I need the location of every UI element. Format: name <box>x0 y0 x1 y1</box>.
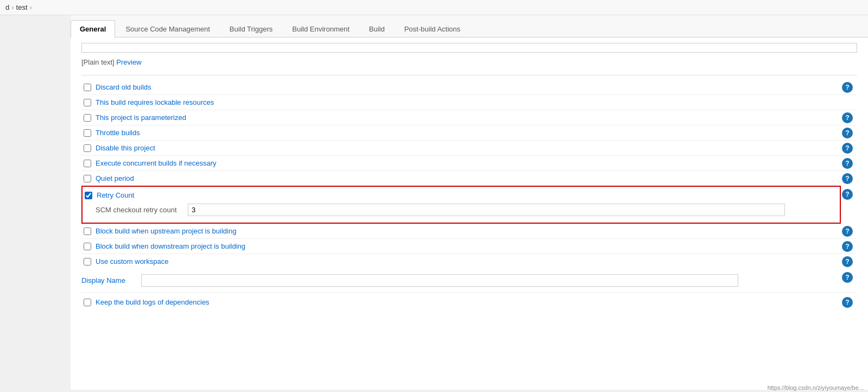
checkbox-row-block-downstream: Block build when downstream project is b… <box>81 239 857 254</box>
display-name-row: Display Name <box>81 271 841 290</box>
separator-1 <box>81 75 857 75</box>
checkbox-row-custom-workspace: Use custom workspace ? <box>81 254 857 269</box>
throttle-checkbox[interactable] <box>84 129 91 137</box>
scm-retry-input[interactable] <box>188 204 785 216</box>
help-quiet[interactable]: ? <box>842 173 853 184</box>
url-hint: https://blog.csdn.n/ziyiyoumaye/be... <box>768 384 864 390</box>
keep-logs-checkbox[interactable] <box>84 299 91 306</box>
scm-retry-row: SCM checkout retry count <box>85 201 835 218</box>
help-display-name[interactable]: ? <box>842 272 853 283</box>
tab-post-build[interactable]: Post-build Actions <box>395 20 470 37</box>
help-disable[interactable]: ? <box>842 143 853 154</box>
breadcrumb: d › test › <box>0 0 868 15</box>
scm-label: SCM checkout retry count <box>96 206 182 214</box>
block-downstream-label[interactable]: Block build when downstream project is b… <box>96 242 245 250</box>
discard-old-builds-label[interactable]: Discard old builds <box>96 83 151 91</box>
description-input[interactable] <box>81 43 857 53</box>
parameterized-label[interactable]: This project is parameterized <box>96 113 186 122</box>
checkbox-row-quiet: Quiet period ? <box>81 171 857 186</box>
disable-checkbox[interactable] <box>84 144 91 152</box>
quiet-label[interactable]: Quiet period <box>96 174 134 182</box>
custom-workspace-label[interactable]: Use custom workspace <box>96 257 168 265</box>
lockable-resources-checkbox[interactable] <box>84 99 91 106</box>
checkbox-row-concurrent: Execute concurrent builds if necessary ? <box>81 156 857 171</box>
checkboxes-group: Discard old builds ? This build requires… <box>81 80 857 186</box>
block-upstream-checkbox[interactable] <box>84 227 91 235</box>
help-block-downstream[interactable]: ? <box>842 241 853 252</box>
breadcrumb-sep-2: › <box>30 3 32 11</box>
keep-logs-label[interactable]: Keep the build logs of dependencies <box>96 298 210 306</box>
preview-link[interactable]: Preview <box>116 58 141 66</box>
checkbox-row-block-upstream: Block build when upstream project is bui… <box>81 224 857 239</box>
checkbox-row-discard: Discard old builds ? <box>81 80 857 95</box>
display-name-label: Display Name <box>81 276 136 284</box>
after-retry-group: Block build when upstream project is bui… <box>81 224 857 269</box>
plain-text-label: [Plain text] <box>81 58 115 66</box>
concurrent-label[interactable]: Execute concurrent builds if necessary <box>96 159 217 167</box>
custom-workspace-checkbox[interactable] <box>84 258 91 265</box>
help-parameterized[interactable]: ? <box>842 112 853 123</box>
help-throttle[interactable]: ? <box>842 128 853 138</box>
block-downstream-checkbox[interactable] <box>84 243 91 250</box>
lockable-resources-label[interactable]: This build requires lockable resources <box>96 98 214 106</box>
tab-build-triggers[interactable]: Build Triggers <box>220 20 282 37</box>
retry-section-wrapper: Retry Count SCM checkout retry count ? <box>81 186 857 224</box>
main-container: General Source Code Management Build Tri… <box>71 15 868 390</box>
breadcrumb-d[interactable]: d <box>5 3 9 11</box>
breadcrumb-test[interactable]: test <box>16 3 28 11</box>
checkbox-row-disable: Disable this project ? <box>81 141 857 156</box>
disable-label[interactable]: Disable this project <box>96 144 155 152</box>
tab-bar: General Source Code Management Build Tri… <box>71 15 868 37</box>
parameterized-checkbox[interactable] <box>84 114 91 122</box>
help-discard[interactable]: ? <box>842 82 853 93</box>
checkbox-row-keep-logs: Keep the build logs of dependencies ? <box>81 295 857 309</box>
checkbox-row-lockable: This build requires lockable resources <box>81 95 857 110</box>
breadcrumb-sep-1: › <box>11 3 14 11</box>
display-name-input[interactable] <box>141 274 738 287</box>
retry-count-row: Retry Count <box>85 189 835 201</box>
content-area: [Plain text] Preview Discard old builds … <box>71 37 868 320</box>
help-keep-logs[interactable]: ? <box>842 297 853 308</box>
tab-scm[interactable]: Source Code Management <box>116 20 219 37</box>
preview-line: [Plain text] Preview <box>81 56 857 68</box>
retry-section: Retry Count SCM checkout retry count <box>81 186 841 224</box>
concurrent-checkbox[interactable] <box>84 160 91 167</box>
tab-general[interactable]: General <box>71 20 115 37</box>
discard-old-builds-checkbox[interactable] <box>84 84 91 91</box>
checkbox-row-parameterized: This project is parameterized ? <box>81 110 857 125</box>
throttle-label[interactable]: Throttle builds <box>96 129 140 137</box>
description-area <box>81 43 857 54</box>
retry-count-label[interactable]: Retry Count <box>97 191 134 199</box>
display-name-section: Display Name ? <box>81 269 857 293</box>
help-retry[interactable]: ? <box>842 189 853 200</box>
help-concurrent[interactable]: ? <box>842 158 853 169</box>
tab-build[interactable]: Build <box>360 20 394 37</box>
tab-build-environment[interactable]: Build Environment <box>283 20 359 37</box>
checkbox-row-throttle: Throttle builds ? <box>81 125 857 141</box>
help-block-upstream[interactable]: ? <box>842 226 853 237</box>
quiet-checkbox[interactable] <box>84 175 91 182</box>
block-upstream-label[interactable]: Block build when upstream project is bui… <box>96 227 236 235</box>
retry-count-checkbox[interactable] <box>85 192 92 199</box>
help-custom-workspace[interactable]: ? <box>842 256 853 267</box>
